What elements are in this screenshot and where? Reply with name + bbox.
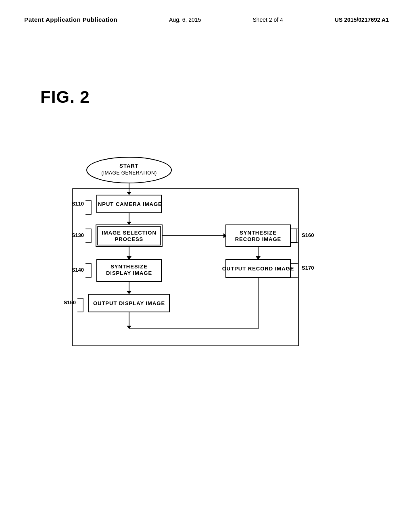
svg-text:OUTPUT  RECORD  IMAGE: OUTPUT RECORD IMAGE bbox=[222, 266, 294, 272]
svg-text:S140: S140 bbox=[72, 267, 84, 273]
svg-text:S130: S130 bbox=[72, 232, 84, 238]
svg-text:SYNTHESIZE: SYNTHESIZE bbox=[240, 230, 277, 236]
publication-label: Patent Application Publication bbox=[24, 16, 117, 23]
svg-rect-11 bbox=[98, 227, 161, 245]
svg-text:RECORD  IMAGE: RECORD IMAGE bbox=[235, 236, 282, 242]
svg-marker-31 bbox=[127, 291, 131, 294]
page: Patent Application Publication Aug. 6, 2… bbox=[0, 0, 413, 532]
svg-text:SYNTHESIZE: SYNTHESIZE bbox=[111, 264, 148, 270]
patent-number: US 2015/0217692 A1 bbox=[335, 17, 389, 23]
svg-text:IMAGE SELECTION: IMAGE SELECTION bbox=[102, 230, 156, 236]
date-label: Aug. 6, 2015 bbox=[169, 17, 201, 23]
svg-text:DISPLAY  IMAGE: DISPLAY IMAGE bbox=[106, 270, 152, 276]
svg-text:S110: S110 bbox=[72, 201, 84, 207]
svg-text:START: START bbox=[119, 163, 138, 169]
svg-text:INPUT  CAMERA  IMAGE: INPUT CAMERA IMAGE bbox=[96, 201, 162, 207]
header: Patent Application Publication Aug. 6, 2… bbox=[24, 16, 389, 23]
svg-text:PROCESS: PROCESS bbox=[115, 236, 144, 242]
svg-marker-9 bbox=[127, 222, 131, 225]
svg-text:S150: S150 bbox=[64, 299, 76, 305]
flowchart: START (IMAGE GENERATION) INPUT CAMERA IM… bbox=[40, 153, 347, 363]
svg-marker-36 bbox=[256, 256, 261, 260]
svg-text:S160: S160 bbox=[302, 232, 314, 238]
sheet-label: Sheet 2 of 4 bbox=[252, 17, 283, 23]
svg-rect-23 bbox=[226, 225, 290, 247]
figure-title: FIG. 2 bbox=[40, 87, 389, 107]
svg-marker-44 bbox=[127, 326, 131, 329]
svg-text:S170: S170 bbox=[302, 265, 314, 271]
svg-marker-4 bbox=[127, 192, 131, 195]
svg-marker-16 bbox=[127, 256, 131, 260]
svg-text:(IMAGE GENERATION): (IMAGE GENERATION) bbox=[101, 170, 156, 176]
flowchart-svg: START (IMAGE GENERATION) INPUT CAMERA IM… bbox=[40, 153, 331, 363]
svg-text:OUTPUT  DISPLAY  IMAGE: OUTPUT DISPLAY IMAGE bbox=[93, 300, 165, 306]
